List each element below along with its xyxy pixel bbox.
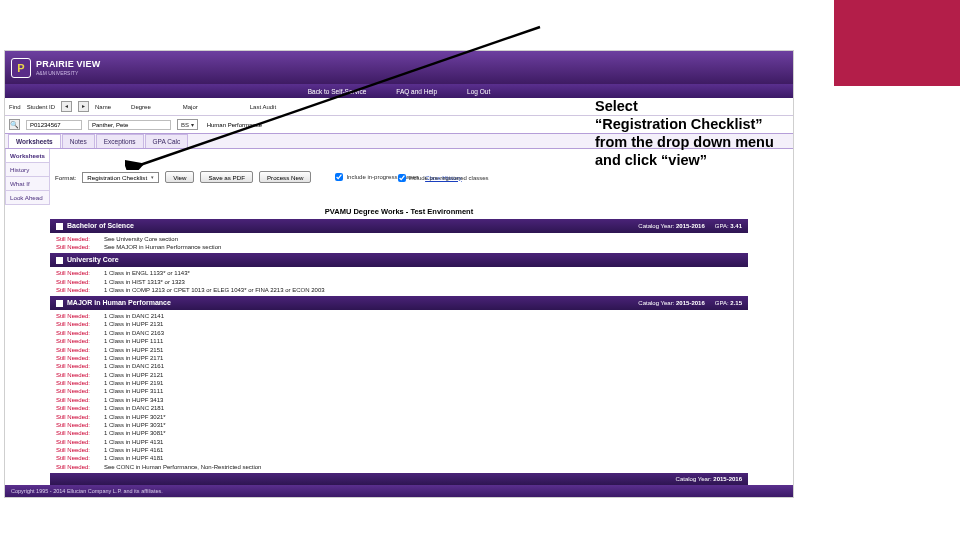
block-status-icon xyxy=(56,223,63,230)
requirement-text: 1 Class in HUPF 3081* xyxy=(104,430,166,436)
requirement-text: 1 Class in HIST 1313* or 1323 xyxy=(104,279,185,285)
requirement-row: Still Needed:1 Class in HUPF 4161 xyxy=(50,446,748,454)
still-needed-label: Still Needed: xyxy=(56,430,98,436)
requirement-text: See MAJOR in Human Performance section xyxy=(104,244,221,250)
requirement-text: 1 Class in HUPF 2171 xyxy=(104,355,163,361)
still-needed-label: Still Needed: xyxy=(56,287,98,293)
process-new-button[interactable]: Process New xyxy=(259,171,311,183)
requirement-text: 1 Class in DANC 2181 xyxy=(104,405,164,411)
requirement-row: Still Needed:1 Class in DANC 2141 xyxy=(50,312,748,320)
requirement-row: Still Needed:1 Class in DANC 2163 xyxy=(50,329,748,337)
still-needed-label: Still Needed: xyxy=(56,321,98,327)
still-needed-label: Still Needed: xyxy=(56,313,98,319)
requirement-row: Still Needed:1 Class in HUPF 3031* xyxy=(50,421,748,429)
block-bs-list: Still Needed:See University Core section… xyxy=(50,233,748,254)
still-needed-label: Still Needed: xyxy=(56,347,98,353)
still-needed-label: Still Needed: xyxy=(56,447,98,453)
requirement-row: Still Needed:See CONC in Human Performan… xyxy=(50,463,748,471)
block-major-header: MAJOR in Human Performance Catalog Year:… xyxy=(50,296,748,310)
prev-student-icon[interactable]: ◂ xyxy=(61,101,72,112)
requirement-text: 1 Class in HUPF 2131 xyxy=(104,321,163,327)
requirement-row: Still Needed:1 Class in HUPF 2121 xyxy=(50,370,748,378)
tab-worksheets[interactable]: Worksheets xyxy=(8,134,61,148)
next-student-icon[interactable]: ▸ xyxy=(78,101,89,112)
requirement-row: Still Needed:1 Class in HUPF 2171 xyxy=(50,354,748,362)
student-id-field[interactable]: P01234567 xyxy=(26,120,82,130)
block-status-icon xyxy=(56,257,63,264)
university-subname: A&M UNIVERSITY xyxy=(36,70,100,76)
university-logo-icon: P xyxy=(11,58,31,78)
still-needed-label: Still Needed: xyxy=(56,236,98,242)
still-needed-label: Still Needed: xyxy=(56,279,98,285)
save-pdf-button[interactable]: Save as PDF xyxy=(200,171,252,183)
still-needed-label: Still Needed: xyxy=(56,464,98,470)
slide-accent-box xyxy=(834,0,960,86)
still-needed-label: Still Needed: xyxy=(56,397,98,403)
still-needed-label: Still Needed: xyxy=(56,439,98,445)
still-needed-label: Still Needed: xyxy=(56,414,98,420)
still-needed-label: Still Needed: xyxy=(56,405,98,411)
major-label: Major xyxy=(183,104,198,110)
side-history[interactable]: History xyxy=(5,163,50,177)
tab-notes[interactable]: Notes xyxy=(62,134,95,148)
requirement-text: 1 Class in DANC 2161 xyxy=(104,363,164,369)
environment-title: PVAMU Degree Works - Test Environment xyxy=(5,205,793,219)
requirement-row: Still Needed:1 Class in HUPF 3021* xyxy=(50,412,748,420)
still-needed-label: Still Needed: xyxy=(56,270,98,276)
requirement-row: Still Needed:1 Class in HUPF 1111 xyxy=(50,337,748,345)
name-label: Name xyxy=(95,104,111,110)
requirement-row: Still Needed:See University Core section xyxy=(50,235,748,243)
requirement-text: 1 Class in COMP 1213 or CPET 1013 or ELE… xyxy=(104,287,325,293)
requirement-text: 1 Class in HUPF 1111 xyxy=(104,338,163,344)
block-bs-header: Bachelor of Science Catalog Year: 2015-2… xyxy=(50,219,748,233)
requirement-row: Still Needed:1 Class in ENGL 1133* or 11… xyxy=(50,269,748,277)
still-needed-label: Still Needed: xyxy=(56,422,98,428)
block-conc-header: Catalog Year: 2015-2016 xyxy=(50,473,748,485)
nav-logout[interactable]: Log Out xyxy=(467,88,490,95)
still-needed-label: Still Needed: xyxy=(56,380,98,386)
still-needed-label: Still Needed: xyxy=(56,355,98,361)
preregistered-checkbox[interactable]: Include pre-registered classes xyxy=(398,174,489,182)
tab-gpa-calc[interactable]: GPA Calc xyxy=(145,134,189,148)
requirement-row: Still Needed:1 Class in HUPF 3413 xyxy=(50,396,748,404)
still-needed-label: Still Needed: xyxy=(56,330,98,336)
requirement-text: 1 Class in HUPF 2151 xyxy=(104,347,163,353)
degree-select[interactable]: BS ▾ xyxy=(177,119,198,130)
format-dropdown[interactable]: Registration Checklist xyxy=(82,172,159,183)
nav-back[interactable]: Back to Self-Service xyxy=(308,88,367,95)
still-needed-label: Still Needed: xyxy=(56,363,98,369)
still-needed-label: Still Needed: xyxy=(56,388,98,394)
requirement-row: Still Needed:1 Class in DANC 2181 xyxy=(50,404,748,412)
requirement-row: Still Needed:1 Class in COMP 1213 or CPE… xyxy=(50,286,748,294)
block-major-list: Still Needed:1 Class in DANC 2141Still N… xyxy=(50,310,748,473)
major-field: Human Performance xyxy=(204,121,290,129)
tab-exceptions[interactable]: Exceptions xyxy=(96,134,144,148)
requirement-text: See University Core section xyxy=(104,236,178,242)
degree-label: Degree xyxy=(131,104,151,110)
app-footer: Copyright 1995 - 2014 Ellucian Company L… xyxy=(5,485,793,497)
side-tabs: Worksheets History What If Look Ahead xyxy=(5,149,50,205)
requirement-text: 1 Class in DANC 2163 xyxy=(104,330,164,336)
side-worksheets[interactable]: Worksheets xyxy=(5,149,50,163)
nav-faq[interactable]: FAQ and Help xyxy=(396,88,437,95)
side-look-ahead[interactable]: Look Ahead xyxy=(5,191,50,205)
requirement-row: Still Needed:1 Class in HUPF 2131 xyxy=(50,320,748,328)
view-button[interactable]: View xyxy=(165,171,194,183)
block-uc-list: Still Needed:1 Class in ENGL 1133* or 11… xyxy=(50,267,748,296)
last-audit-label: Last Audit xyxy=(250,104,276,110)
student-name-field[interactable]: Panther, Pete xyxy=(88,120,171,130)
requirement-text: 1 Class in HUPF 4131 xyxy=(104,439,163,445)
requirement-row: Still Needed:1 Class in HIST 1313* or 13… xyxy=(50,277,748,285)
search-student-icon[interactable]: 🔍 xyxy=(9,119,20,130)
requirement-row: Still Needed:1 Class in HUPF 4131 xyxy=(50,437,748,445)
requirement-row: Still Needed:1 Class in HUPF 4181 xyxy=(50,454,748,462)
requirement-text: See CONC in Human Performance, Non-Restr… xyxy=(104,464,261,470)
side-whatif[interactable]: What If xyxy=(5,177,50,191)
university-name: PRAIRIE VIEW xyxy=(36,59,100,69)
requirement-text: 1 Class in ENGL 1133* or 1143* xyxy=(104,270,190,276)
requirement-row: Still Needed:See MAJOR in Human Performa… xyxy=(50,243,748,251)
requirement-row: Still Needed:1 Class in HUPF 3081* xyxy=(50,429,748,437)
requirement-text: 1 Class in HUPF 4161 xyxy=(104,447,163,453)
requirement-text: 1 Class in HUPF 2191 xyxy=(104,380,163,386)
top-nav: Back to Self-Service FAQ and Help Log Ou… xyxy=(5,84,793,98)
